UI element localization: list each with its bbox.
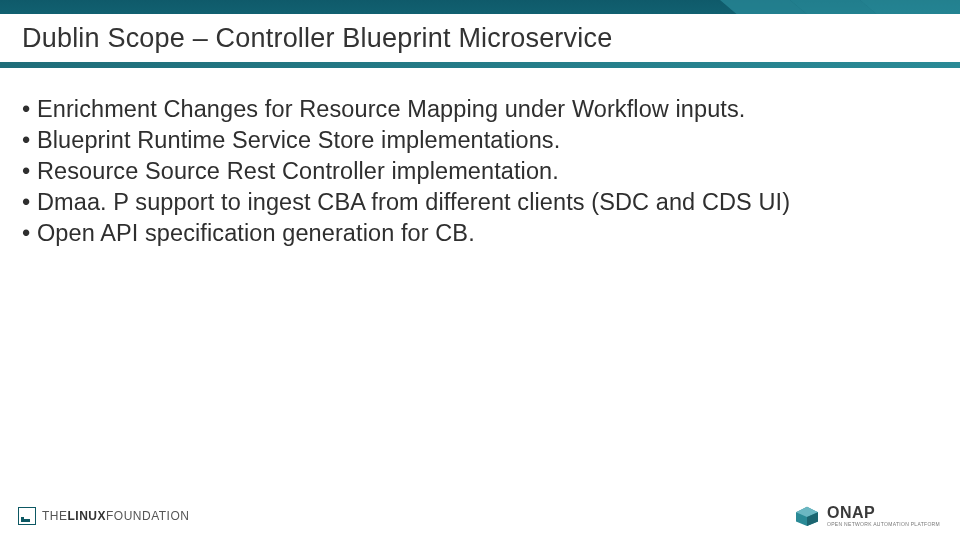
slide-header: Dublin Scope – Controller Blueprint Micr… xyxy=(0,0,960,68)
lf-linux: LINUX xyxy=(68,509,107,523)
list-item-text: Dmaa. P support to ingest CBA from diffe… xyxy=(37,189,790,215)
svg-rect-3 xyxy=(18,507,36,525)
onap-name: ONAP xyxy=(827,505,940,521)
svg-rect-5 xyxy=(21,519,30,522)
list-item: • Enrichment Changes for Resource Mappin… xyxy=(22,94,938,125)
onap-tagline: OPEN NETWORK AUTOMATION PLATFORM xyxy=(827,522,940,527)
list-item: • Dmaa. P support to ingest CBA from dif… xyxy=(22,187,938,218)
header-underline xyxy=(0,62,960,68)
onap-logo: ONAP OPEN NETWORK AUTOMATION PLATFORM xyxy=(793,505,940,527)
list-item: • Resource Source Rest Controller implem… xyxy=(22,156,938,187)
lf-the: THE xyxy=(42,509,68,523)
page-title: Dublin Scope – Controller Blueprint Micr… xyxy=(0,23,612,54)
onap-mark-icon xyxy=(793,505,821,527)
lf-foundation: FOUNDATION xyxy=(106,509,189,523)
onap-text: ONAP OPEN NETWORK AUTOMATION PLATFORM xyxy=(827,505,940,527)
linux-foundation-mark-icon xyxy=(18,507,36,525)
slide-content: • Enrichment Changes for Resource Mappin… xyxy=(0,68,960,249)
linux-foundation-text: THELINUXFOUNDATION xyxy=(42,509,189,523)
list-item: • Blueprint Runtime Service Store implem… xyxy=(22,125,938,156)
list-item-text: Resource Source Rest Controller implemen… xyxy=(37,158,559,184)
header-title-bar: Dublin Scope – Controller Blueprint Micr… xyxy=(0,14,960,62)
list-item-text: Enrichment Changes for Resource Mapping … xyxy=(37,96,746,122)
linux-foundation-logo: THELINUXFOUNDATION xyxy=(18,507,189,525)
list-item-text: Blueprint Runtime Service Store implemen… xyxy=(37,127,560,153)
list-item-text: Open API specification generation for CB… xyxy=(37,220,475,246)
slide-footer: THELINUXFOUNDATION ONAP OPEN NETWORK AUT… xyxy=(0,492,960,540)
list-item: • Open API specification generation for … xyxy=(22,218,938,249)
bullet-list: • Enrichment Changes for Resource Mappin… xyxy=(22,94,938,249)
